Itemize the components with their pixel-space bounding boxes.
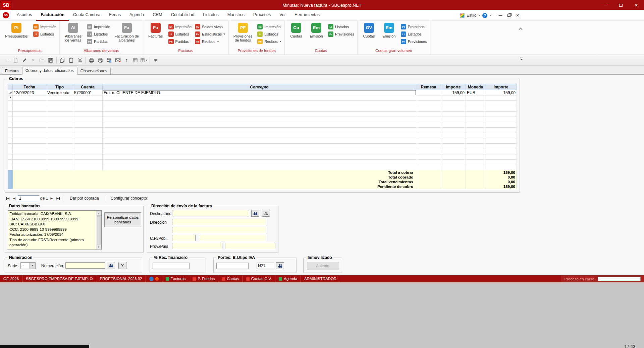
grid-cell[interactable]	[466, 149, 485, 154]
toolbar-options-button[interactable]	[151, 56, 160, 65]
albaranes-partidas-button[interactable]: Pa Partidas	[87, 39, 110, 44]
print-preview-button[interactable]	[105, 56, 113, 65]
grid-cell[interactable]	[73, 160, 103, 165]
first-record-button[interactable]: ◀	[5, 195, 11, 201]
grid-cell[interactable]	[416, 165, 441, 170]
grid-cell[interactable]	[441, 160, 466, 165]
grid-cell[interactable]	[466, 112, 485, 117]
grid-cell[interactable]	[13, 112, 46, 117]
grid-cell[interactable]	[485, 133, 517, 138]
grid-cell[interactable]	[46, 154, 73, 160]
gv-emision-button[interactable]: Em Emisión	[381, 23, 397, 38]
grid-cell[interactable]	[13, 122, 46, 128]
grid-cell[interactable]	[416, 154, 441, 160]
grid-cell[interactable]	[466, 128, 485, 133]
print-document-button[interactable]	[96, 56, 105, 65]
grid-cell[interactable]	[441, 165, 466, 170]
grid-cell[interactable]	[46, 144, 73, 149]
window-minimize-button[interactable]	[598, 0, 613, 10]
search-destinatario-button[interactable]	[251, 210, 259, 217]
grid-cell[interactable]	[13, 101, 46, 106]
menu-ver[interactable]: Ver	[275, 10, 290, 21]
module-agenda[interactable]: Agenda	[275, 275, 301, 282]
last-record-button[interactable]: ▶	[55, 195, 61, 201]
menu-crm[interactable]: CRM	[148, 10, 166, 21]
grid-cell[interactable]	[416, 122, 441, 128]
taskbar-fragment[interactable]	[0, 345, 89, 348]
next-record-button[interactable]: ▶	[49, 195, 54, 201]
grid-cell[interactable]	[13, 106, 46, 112]
grid-cell[interactable]	[416, 112, 441, 117]
grid-cell[interactable]	[103, 128, 416, 133]
row-selector-cell[interactable]	[8, 149, 13, 154]
grid-cell[interactable]	[13, 133, 46, 138]
grid-cell[interactable]	[466, 133, 485, 138]
grid-cell[interactable]	[103, 106, 416, 112]
menu-facturacion[interactable]: Facturación	[36, 10, 69, 21]
grid-cell[interactable]	[103, 95, 416, 101]
grid-cell[interactable]	[441, 101, 466, 106]
grid-cell[interactable]	[46, 106, 73, 112]
grid-cell[interactable]	[13, 160, 46, 165]
window-close-button[interactable]: ×	[629, 0, 644, 10]
row-selector-cell[interactable]	[8, 154, 13, 160]
dar-por-cobrada-button[interactable]: Dar por cobrada	[67, 196, 102, 201]
saldos-vivos-button[interactable]: SV Saldos vivos	[195, 24, 225, 29]
grid-cell[interactable]	[46, 138, 73, 144]
grid-cell[interactable]	[416, 160, 441, 165]
facturas-impresion-button[interactable]: Im Impresión	[168, 24, 192, 29]
grid-cell[interactable]	[103, 160, 416, 165]
facturas-partidas-button[interactable]: Pa Partidas	[168, 39, 192, 44]
cell-tipo[interactable]: Vencimiento	[46, 90, 73, 95]
provisiones-listados-button[interactable]: Li Listados	[257, 31, 281, 37]
window-maximize-button[interactable]	[613, 0, 629, 10]
cell-fecha[interactable]: 12/09/2023	[13, 90, 46, 95]
grid-cell[interactable]	[416, 128, 441, 133]
grid-cell[interactable]	[416, 149, 441, 154]
menu-agenda[interactable]: Agenda	[125, 10, 148, 21]
open-button[interactable]	[38, 56, 46, 65]
row-selector-cell[interactable]	[8, 128, 13, 133]
grid-cell[interactable]	[103, 112, 416, 117]
col-header-cuenta[interactable]: Cuenta	[73, 84, 103, 90]
module-cuotas[interactable]: Cuotas	[218, 275, 243, 282]
albaranes-impresion-button[interactable]: Im Impresión	[87, 24, 110, 29]
row-selector-cell[interactable]	[8, 106, 13, 112]
albaranes-button[interactable]: Al Albaranes de ventas	[63, 23, 84, 42]
clear-destinatario-button[interactable]	[262, 210, 270, 217]
grid-cell[interactable]	[46, 133, 73, 138]
tipo-iva-input[interactable]	[257, 263, 274, 269]
editing-row-marker[interactable]	[8, 90, 13, 95]
grid-cell[interactable]	[466, 165, 485, 170]
grid-cell[interactable]	[416, 106, 441, 112]
row-selector-cell[interactable]	[8, 160, 13, 165]
grid-cell[interactable]	[416, 101, 441, 106]
grid-cell[interactable]	[13, 149, 46, 154]
alert-status-icon[interactable]	[155, 276, 159, 281]
search-numeracion-button[interactable]	[107, 262, 115, 269]
bank-details-textbox[interactable]: Entidad bancaria: CAIXABANK, S.A. IBAN: …	[8, 211, 96, 250]
poblacion-input[interactable]	[199, 235, 266, 241]
grid-cell[interactable]	[103, 144, 416, 149]
grid-cell[interactable]	[46, 128, 73, 133]
menu-maestros[interactable]: Maestros	[223, 10, 249, 21]
combo-dropdown-button[interactable]	[30, 262, 36, 269]
new-row-marker[interactable]: *	[8, 95, 13, 101]
grid-cell[interactable]	[103, 149, 416, 154]
row-selector-cell[interactable]	[8, 133, 13, 138]
grid-cell[interactable]	[466, 122, 485, 128]
grid-cell[interactable]	[46, 112, 73, 117]
estilo-button[interactable]: Estilo	[467, 13, 476, 18]
cuotas-listados-button[interactable]: Li Listados	[328, 24, 354, 29]
grid-cell[interactable]	[485, 112, 517, 117]
delete-record-button[interactable]: ×	[29, 56, 38, 65]
gv-prototipos-button[interactable]: Pt Prototipos	[401, 24, 427, 29]
grid-cell[interactable]	[441, 133, 466, 138]
col-header-concepto[interactable]: Concepto	[103, 84, 416, 90]
grid-cell[interactable]	[103, 101, 416, 106]
grid-cell[interactable]	[103, 138, 416, 144]
grid-cell[interactable]	[441, 106, 466, 112]
connection-status-icon[interactable]	[149, 277, 154, 281]
cell-moneda[interactable]: EUR	[466, 90, 485, 95]
grid-cell[interactable]	[103, 117, 416, 122]
